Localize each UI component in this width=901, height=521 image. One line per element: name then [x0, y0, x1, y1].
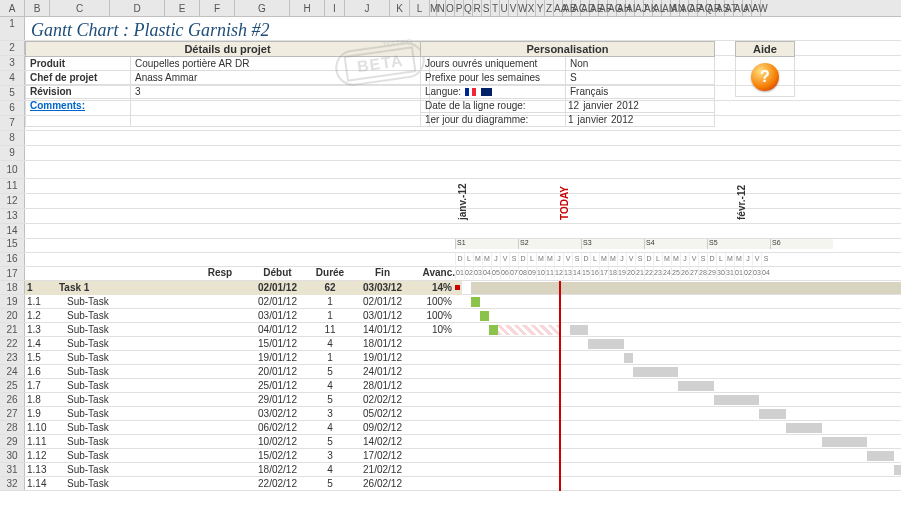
task-avanc[interactable] — [410, 393, 455, 407]
task-resp[interactable] — [190, 421, 250, 435]
task-fin[interactable]: 24/01/12 — [355, 365, 410, 379]
col-header[interactable]: Z — [545, 0, 554, 16]
task-resp[interactable] — [190, 337, 250, 351]
row-number[interactable]: 28 — [0, 421, 25, 434]
redline-year[interactable]: 2012 — [615, 99, 641, 112]
task-duree[interactable]: 62 — [305, 281, 355, 295]
task-id[interactable]: 1.3 — [25, 323, 55, 337]
task-name[interactable]: Sub-Task — [55, 351, 190, 365]
row-number[interactable]: 13 — [0, 209, 25, 223]
task-fin[interactable]: 09/02/12 — [355, 421, 410, 435]
task-debut[interactable]: 18/02/12 — [250, 463, 305, 477]
col-header[interactable]: U — [500, 0, 509, 16]
col-header[interactable]: AH — [617, 0, 626, 16]
task-debut[interactable]: 15/02/12 — [250, 449, 305, 463]
task-id[interactable]: 1 — [25, 281, 55, 295]
task-duree[interactable]: 5 — [305, 365, 355, 379]
row-number[interactable]: 9 — [0, 146, 25, 160]
col-header[interactable]: K — [390, 0, 410, 16]
col-header[interactable]: L — [410, 0, 430, 16]
task-fin[interactable]: 05/02/12 — [355, 407, 410, 421]
row-number[interactable]: 10 — [0, 161, 25, 178]
row-number[interactable]: 23 — [0, 351, 25, 364]
task-duree[interactable]: 4 — [305, 379, 355, 393]
col-header[interactable]: AG — [608, 0, 617, 16]
task-avanc[interactable] — [410, 379, 455, 393]
col-header[interactable]: AJ — [635, 0, 644, 16]
task-name[interactable]: Sub-Task — [55, 323, 190, 337]
row-number[interactable]: 17 — [0, 267, 25, 280]
col-header[interactable]: H — [290, 0, 325, 16]
revision-value[interactable]: 3 — [131, 85, 429, 98]
task-id[interactable]: 1.5 — [25, 351, 55, 365]
row-number[interactable]: 4 — [0, 71, 25, 85]
col-header[interactable]: AT — [725, 0, 734, 16]
task-name[interactable]: Sub-Task — [55, 309, 190, 323]
col-header[interactable]: AP — [689, 0, 698, 16]
task-fin[interactable]: 14/01/12 — [355, 323, 410, 337]
task-resp[interactable] — [190, 323, 250, 337]
task-id[interactable]: 1.2 — [25, 309, 55, 323]
task-duree[interactable]: 4 — [305, 337, 355, 351]
task-avanc[interactable] — [410, 421, 455, 435]
prefixe-value[interactable]: S — [566, 71, 714, 84]
task-id[interactable]: 1.13 — [25, 463, 55, 477]
task-id[interactable]: 1.10 — [25, 421, 55, 435]
task-debut[interactable]: 15/01/12 — [250, 337, 305, 351]
task-avanc[interactable] — [410, 351, 455, 365]
col-header[interactable]: AO — [680, 0, 689, 16]
col-header[interactable]: AQ — [698, 0, 707, 16]
task-name[interactable]: Task 1 — [55, 281, 190, 295]
task-debut[interactable]: 02/01/12 — [250, 281, 305, 295]
task-resp[interactable] — [190, 281, 250, 295]
col-header[interactable]: F — [200, 0, 235, 16]
langue-value[interactable]: Français — [566, 85, 714, 98]
task-debut[interactable]: 10/02/12 — [250, 435, 305, 449]
task-resp[interactable] — [190, 295, 250, 309]
col-header[interactable]: AM — [662, 0, 671, 16]
task-fin[interactable]: 02/02/12 — [355, 393, 410, 407]
task-name[interactable]: Sub-Task — [55, 365, 190, 379]
row-number[interactable]: 15 — [0, 239, 25, 252]
column-headers[interactable]: ABCDEFGHIJKLMNOPQRSTUVWXYZAAABACADAEAFAG… — [0, 0, 901, 17]
task-fin[interactable]: 19/01/12 — [355, 351, 410, 365]
row-number[interactable]: 14 — [0, 224, 25, 238]
col-header[interactable]: R — [473, 0, 482, 16]
task-resp[interactable] — [190, 351, 250, 365]
task-duree[interactable]: 1 — [305, 351, 355, 365]
col-header[interactable]: AF — [599, 0, 608, 16]
task-resp[interactable] — [190, 463, 250, 477]
row-number[interactable]: 21 — [0, 323, 25, 336]
task-fin[interactable]: 14/02/12 — [355, 435, 410, 449]
col-header[interactable]: AI — [626, 0, 635, 16]
row-number[interactable]: 7 — [0, 116, 25, 130]
col-header[interactable]: J — [345, 0, 390, 16]
task-fin[interactable]: 21/02/12 — [355, 463, 410, 477]
task-resp[interactable] — [190, 435, 250, 449]
col-header[interactable]: AK — [644, 0, 653, 16]
task-duree[interactable]: 1 — [305, 295, 355, 309]
task-id[interactable]: 1.6 — [25, 365, 55, 379]
task-debut[interactable]: 03/02/12 — [250, 407, 305, 421]
task-debut[interactable]: 20/01/12 — [250, 365, 305, 379]
task-id[interactable]: 1.12 — [25, 449, 55, 463]
task-debut[interactable]: 04/01/12 — [250, 323, 305, 337]
task-id[interactable]: 1.4 — [25, 337, 55, 351]
col-header[interactable]: V — [509, 0, 518, 16]
row-number[interactable]: 6 — [0, 101, 25, 115]
task-name[interactable]: Sub-Task — [55, 421, 190, 435]
col-header[interactable]: O — [446, 0, 455, 16]
col-header[interactable]: AR — [707, 0, 716, 16]
task-resp[interactable] — [190, 309, 250, 323]
task-id[interactable]: 1.1 — [25, 295, 55, 309]
task-name[interactable]: Sub-Task — [55, 407, 190, 421]
col-header[interactable]: AL — [653, 0, 662, 16]
col-header[interactable]: W — [518, 0, 527, 16]
row-number[interactable]: 22 — [0, 337, 25, 350]
row-number[interactable]: 1 — [0, 17, 25, 40]
task-fin[interactable]: 03/01/12 — [355, 309, 410, 323]
task-name[interactable]: Sub-Task — [55, 337, 190, 351]
task-resp[interactable] — [190, 379, 250, 393]
task-debut[interactable]: 19/01/12 — [250, 351, 305, 365]
col-header[interactable]: X — [527, 0, 536, 16]
